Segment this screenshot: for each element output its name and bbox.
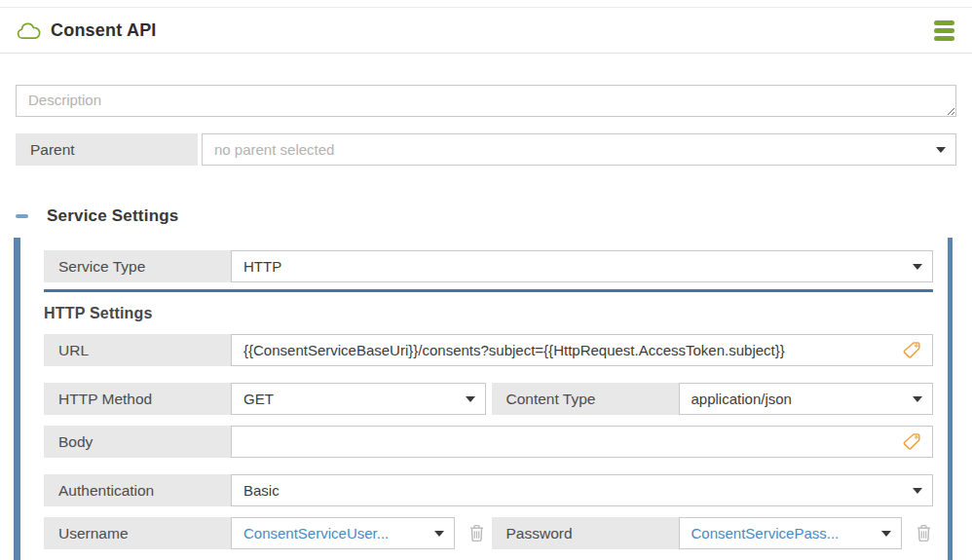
section-divider <box>44 289 933 292</box>
section-title: Service Settings <box>47 206 178 226</box>
cloud-icon <box>16 21 42 40</box>
authentication-label: Authentication <box>44 474 231 506</box>
description-input[interactable] <box>16 85 956 117</box>
password-select[interactable]: ConsentServicePass... <box>679 517 903 549</box>
trash-icon[interactable] <box>915 517 933 549</box>
http-method-group: HTTP Method GET <box>44 383 486 415</box>
http-settings-heading: HTTP Settings <box>44 305 933 322</box>
hamburger-menu-icon[interactable] <box>934 19 954 43</box>
parent-row: Parent no parent selected <box>16 133 956 166</box>
authentication-select[interactable]: Basic <box>231 474 933 506</box>
username-value: ConsentServiceUser... <box>243 525 427 541</box>
password-group: Password ConsentServicePass... <box>492 517 934 549</box>
url-value: {{ConsentServiceBaseUri}}/consents?subje… <box>243 342 894 358</box>
tag-icon[interactable] <box>902 431 922 452</box>
parent-select-value: no parent selected <box>214 141 928 158</box>
chevron-down-icon <box>434 531 444 537</box>
url-label: URL <box>44 334 231 366</box>
service-type-row: Service Type HTTP <box>44 250 933 282</box>
username-label: Username <box>44 517 231 549</box>
header-title-group: Consent API <box>16 20 157 41</box>
chevron-down-icon <box>881 531 891 537</box>
header: Consent API <box>0 8 972 54</box>
username-select[interactable]: ConsentServiceUser... <box>231 517 455 549</box>
chevron-down-icon <box>913 264 922 270</box>
trash-icon[interactable] <box>467 517 486 549</box>
chevron-down-icon <box>466 396 475 402</box>
menu-bar <box>934 36 954 41</box>
content-type-group: Content Type application/json <box>492 383 934 415</box>
body-label: Body <box>44 426 231 458</box>
service-settings-panel: Service Type HTTP HTTP Settings URL {{Co… <box>14 238 953 560</box>
body-input[interactable] <box>231 426 933 458</box>
service-type-select[interactable]: HTTP <box>231 250 933 282</box>
content-type-select[interactable]: application/json <box>679 383 934 415</box>
password-value: ConsentServicePass... <box>692 525 875 541</box>
page-title: Consent API <box>51 20 157 41</box>
parent-label: Parent <box>16 133 198 166</box>
menu-bar <box>934 28 954 33</box>
url-input[interactable]: {{ConsentServiceBaseUri}}/consents?subje… <box>231 334 933 366</box>
tag-icon[interactable] <box>902 340 922 360</box>
chevron-down-icon <box>936 147 946 153</box>
credentials-row: Username ConsentServiceUser... Password <box>44 517 933 549</box>
chevron-down-icon <box>913 396 922 402</box>
menu-bar <box>934 20 954 25</box>
connector-config-page: Consent API Parent no parent selected Se… <box>0 0 972 560</box>
body-row: Body <box>44 426 933 458</box>
http-method-select[interactable]: GET <box>231 383 486 415</box>
password-label: Password <box>492 517 679 549</box>
authentication-row: Authentication Basic <box>44 474 933 506</box>
http-method-value: GET <box>243 391 458 407</box>
content-type-label: Content Type <box>492 383 679 415</box>
service-type-value: HTTP <box>243 258 905 275</box>
service-settings-heading: Service Settings <box>16 205 956 228</box>
minus-collapse-icon[interactable] <box>16 214 28 218</box>
authentication-value: Basic <box>243 482 905 499</box>
chevron-down-icon <box>913 488 922 494</box>
username-group: Username ConsentServiceUser... <box>44 517 486 549</box>
http-method-label: HTTP Method <box>44 383 231 415</box>
service-type-label: Service Type <box>44 250 231 282</box>
method-content-row: HTTP Method GET Content Type application… <box>44 383 933 415</box>
parent-select[interactable]: no parent selected <box>202 133 956 166</box>
url-row: URL {{ConsentServiceBaseUri}}/consents?s… <box>44 334 933 366</box>
top-divider <box>0 0 972 8</box>
content-type-value: application/json <box>692 391 906 407</box>
